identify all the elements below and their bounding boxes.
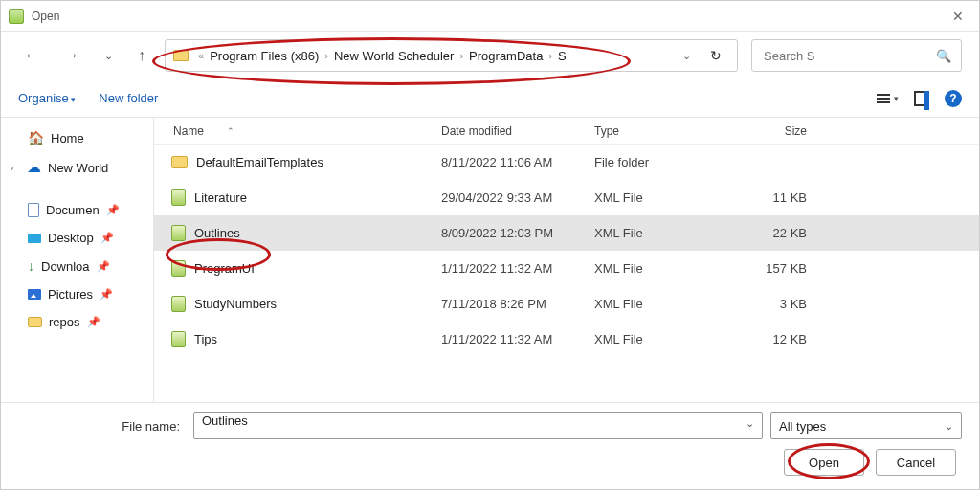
tree-downloads[interactable]: Downloa📌 [1, 252, 153, 280]
hamburger-icon [877, 94, 890, 103]
tree-newworld[interactable]: ›New World [1, 152, 153, 183]
cancel-button[interactable]: Cancel [876, 449, 956, 476]
tree-documents[interactable]: Documen📌 [1, 196, 153, 224]
file-size: 11 KB [728, 190, 834, 205]
chevron-down-icon: ▾ [894, 94, 899, 103]
col-type[interactable]: Type [594, 124, 728, 138]
xml-file-icon [171, 296, 186, 312]
address-dropdown[interactable]: ⌄ [677, 50, 697, 62]
file-date: 7/11/2018 8:26 PM [441, 297, 594, 311]
xml-file-icon [171, 260, 186, 277]
file-name: Tips [194, 332, 217, 346]
file-date: 1/11/2022 11:32 AM [441, 332, 594, 346]
open-dialog-window: Open ✕ ← → ⌄ ↑ « Program Files (x86) › N… [0, 0, 980, 490]
pin-icon: 📌 [106, 204, 120, 216]
file-type: XML File [594, 261, 728, 276]
file-row[interactable]: StudyNumbers7/11/2018 8:26 PMXML File3 K… [154, 286, 979, 322]
pictures-icon [28, 289, 41, 300]
close-button[interactable]: ✕ [945, 5, 971, 28]
search-input[interactable] [762, 48, 936, 64]
download-icon [28, 258, 34, 274]
breadcrumb-prefix: « [198, 50, 204, 61]
recent-dropdown[interactable]: ⌄ [99, 46, 119, 66]
window-title: Open [32, 10, 59, 23]
cloud-icon [27, 159, 41, 176]
folder-icon [173, 50, 189, 61]
file-size: 12 KB [728, 332, 834, 346]
breadcrumb-part-0[interactable]: Program Files (x86) [210, 49, 319, 63]
xml-file-icon [171, 331, 186, 347]
desktop-icon [28, 234, 41, 243]
breadcrumb-part-1[interactable]: New World Scheduler [334, 49, 454, 63]
search-icon: 🔍 [936, 49, 951, 63]
file-row[interactable]: Literature29/04/2022 9:33 AMXML File11 K… [154, 180, 979, 215]
file-name: ProgramUI [194, 261, 255, 276]
address-bar[interactable]: « Program Files (x86) › New World Schedu… [165, 39, 738, 72]
file-row[interactable]: ProgramUI1/11/2022 11:32 AMXML File157 K… [154, 251, 979, 286]
file-type: XML File [594, 226, 728, 240]
forward-button[interactable]: → [58, 43, 85, 68]
pin-icon: 📌 [97, 260, 110, 273]
pin-icon: 📌 [87, 316, 100, 328]
filename-combobox[interactable]: Outlines [193, 412, 763, 439]
tree-desktop[interactable]: Desktop📌 [1, 224, 153, 252]
file-row[interactable]: DefaultEmailTemplates8/11/2022 11:06 AMF… [154, 145, 979, 180]
sort-asc-icon: ⌃ [227, 126, 234, 136]
folder-icon [28, 317, 42, 327]
tree-repos[interactable]: repos📌 [1, 308, 153, 336]
breadcrumb-part-2[interactable]: ProgramData [469, 49, 543, 63]
tree-pictures[interactable]: Pictures📌 [1, 280, 153, 308]
refresh-button[interactable]: ↻ [702, 48, 729, 63]
file-name: DefaultEmailTemplates [196, 155, 323, 169]
app-icon [9, 9, 24, 24]
dialog-footer: File name: Outlines All types⌄ Open Canc… [1, 402, 979, 489]
organise-menu[interactable]: Organise [18, 91, 76, 105]
command-bar: Organise New folder ▾ ? [1, 79, 979, 118]
help-button[interactable]: ? [945, 90, 962, 107]
folder-icon [171, 156, 188, 168]
pin-icon: 📌 [100, 232, 114, 244]
file-type: XML File [594, 297, 728, 311]
view-mode-button[interactable]: ▾ [877, 94, 899, 103]
col-date[interactable]: Date modified [441, 124, 594, 138]
tree-home[interactable]: Home [1, 123, 153, 152]
file-type-filter[interactable]: All types⌄ [770, 412, 962, 439]
xml-file-icon [171, 225, 186, 241]
home-icon [28, 130, 44, 145]
navigation-tree: Home ›New World Documen📌 Desktop📌 Downlo… [1, 118, 154, 402]
file-date: 8/11/2022 11:06 AM [441, 155, 594, 169]
new-folder-button[interactable]: New folder [99, 91, 158, 105]
col-name[interactable]: Name⌃ [154, 124, 441, 138]
nav-row: ← → ⌄ ↑ « Program Files (x86) › New Worl… [1, 32, 979, 79]
file-type: XML File [594, 190, 728, 205]
file-row[interactable]: Outlines8/09/2022 12:03 PMXML File22 KB [154, 215, 979, 251]
file-date: 8/09/2022 12:03 PM [441, 226, 594, 240]
expand-icon[interactable]: › [11, 163, 20, 173]
up-button[interactable]: ↑ [132, 43, 151, 68]
file-row[interactable]: Tips1/11/2022 11:32 AMXML File12 KB [154, 322, 979, 357]
title-bar: Open ✕ [1, 1, 979, 32]
file-date: 29/04/2022 9:33 AM [441, 190, 594, 205]
back-button[interactable]: ← [18, 43, 45, 68]
dialog-body: Home ›New World Documen📌 Desktop📌 Downlo… [1, 118, 979, 402]
file-name: Outlines [194, 226, 240, 240]
file-name: StudyNumbers [194, 297, 277, 311]
file-size: 3 KB [728, 297, 834, 311]
column-headers: Name⌃ Date modified Type Size [154, 118, 979, 145]
col-size[interactable]: Size [728, 124, 834, 138]
file-size: 22 KB [728, 226, 834, 240]
file-type: XML File [594, 332, 728, 346]
chevron-down-icon: ⌄ [945, 420, 953, 433]
file-type: File folder [594, 155, 728, 169]
document-icon [28, 203, 39, 217]
filename-label: File name: [18, 419, 186, 434]
preview-pane-button[interactable] [914, 91, 929, 106]
file-date: 1/11/2022 11:32 AM [441, 261, 594, 276]
search-box[interactable]: 🔍 [751, 39, 962, 72]
file-size: 157 KB [728, 261, 834, 276]
pin-icon: 📌 [100, 288, 113, 301]
breadcrumb-part-3[interactable]: S [558, 49, 567, 63]
file-name: Literature [194, 190, 247, 205]
open-button[interactable]: Open [784, 449, 864, 476]
xml-file-icon [171, 189, 186, 206]
